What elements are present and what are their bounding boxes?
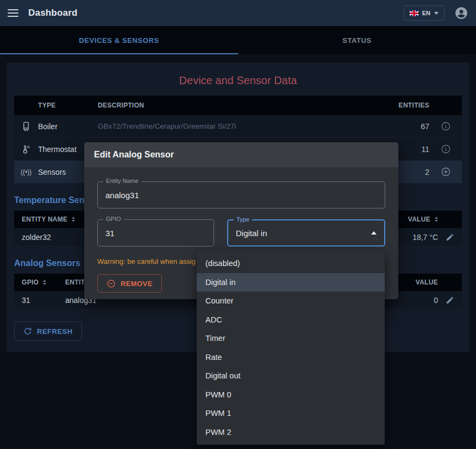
remove-label: REMOVE: [121, 280, 153, 288]
language-label: EN: [422, 10, 430, 16]
col-gpio[interactable]: GPIO: [14, 279, 58, 286]
uk-flag-icon: [410, 10, 418, 16]
table-row-boiler[interactable]: Boiler GBx72/Trendline/Cerapur/Greenstar…: [14, 115, 462, 138]
dropdown-option-pwm0[interactable]: PWM 0: [197, 385, 385, 404]
edit-icon[interactable]: [438, 231, 462, 244]
refresh-icon: [23, 327, 32, 336]
entity-name-input[interactable]: [105, 191, 377, 200]
info-icon[interactable]: [429, 119, 462, 134]
gpio-input[interactable]: [105, 229, 206, 238]
sort-icon: [72, 217, 75, 222]
app-title: Dashboard: [28, 8, 78, 18]
device-type: Boiler: [38, 122, 98, 131]
type-selected-value: Digital in: [236, 229, 267, 238]
page-title: Device and Sensor Data: [14, 62, 462, 96]
chevron-up-icon: [371, 231, 377, 235]
boiler-icon: [14, 121, 38, 132]
dialog-title: Edit Analog Sensor: [84, 142, 398, 167]
account-icon[interactable]: [454, 6, 468, 20]
refresh-label: REFRESH: [37, 327, 73, 336]
language-selector[interactable]: EN: [404, 5, 444, 21]
type-dropdown-menu: (disabled) Digital in Counter ADC Timer …: [197, 251, 385, 445]
gpio-type-row: GPIO Type Digital in: [97, 219, 385, 246]
dropdown-option-pwm2[interactable]: PWM 2: [197, 423, 385, 442]
type-label: Type: [234, 216, 252, 223]
gpio-field: GPIO: [97, 219, 214, 246]
tab-devices-sensors[interactable]: DEVICES & SENSORS: [0, 26, 238, 54]
tab-bar: DEVICES & SENSORS STATUS: [0, 26, 476, 54]
device-table-header: TYPE DESCRIPTION ENTITIES: [14, 96, 462, 115]
device-description: GBx72/Trendline/Cerapur/Greenstar Si/27i: [98, 122, 369, 130]
dropdown-option-timer[interactable]: Timer: [197, 329, 385, 348]
sensors-icon: ((•)): [14, 168, 38, 176]
dropdown-option-digital-in[interactable]: Digital in: [197, 273, 385, 292]
info-icon[interactable]: [429, 142, 462, 156]
gpio-label: GPIO: [103, 216, 124, 222]
dropdown-option-counter[interactable]: Counter: [197, 292, 385, 311]
menu-icon[interactable]: [8, 9, 18, 17]
add-icon[interactable]: [429, 165, 462, 179]
remove-icon: [107, 279, 116, 288]
entity-name-label: Entity Name: [103, 178, 141, 184]
tab-status[interactable]: STATUS: [238, 26, 476, 54]
app-bar: Dashboard EN: [0, 0, 476, 26]
dropdown-option-pwm1[interactable]: PWM 1: [197, 404, 385, 423]
entity-name-field: Entity Name: [97, 181, 385, 208]
dropdown-option-rate[interactable]: Rate: [197, 348, 385, 367]
col-entities: ENTITIES: [369, 102, 429, 109]
col-description: DESCRIPTION: [98, 102, 369, 109]
gpio-number: 31: [14, 296, 58, 305]
sort-icon: [43, 280, 46, 285]
sort-icon: [435, 217, 438, 222]
thermostat-icon: A: [14, 144, 38, 155]
edit-icon[interactable]: [438, 294, 462, 307]
dropdown-option-disabled[interactable]: (disabled): [197, 254, 385, 273]
refresh-button[interactable]: REFRESH: [14, 321, 82, 341]
dropdown-option-digital-out[interactable]: Digital out: [197, 366, 385, 385]
col-type: TYPE: [38, 102, 98, 109]
device-entities-count: 67: [369, 122, 429, 131]
dropdown-option-adc[interactable]: ADC: [197, 311, 385, 330]
svg-text:A: A: [27, 145, 30, 149]
type-select[interactable]: Type Digital in: [227, 219, 385, 246]
page: Dashboard EN DEVICES & SENSORS STATUS De…: [0, 0, 476, 449]
chevron-down-icon: [434, 12, 439, 15]
remove-button[interactable]: REMOVE: [97, 274, 162, 293]
